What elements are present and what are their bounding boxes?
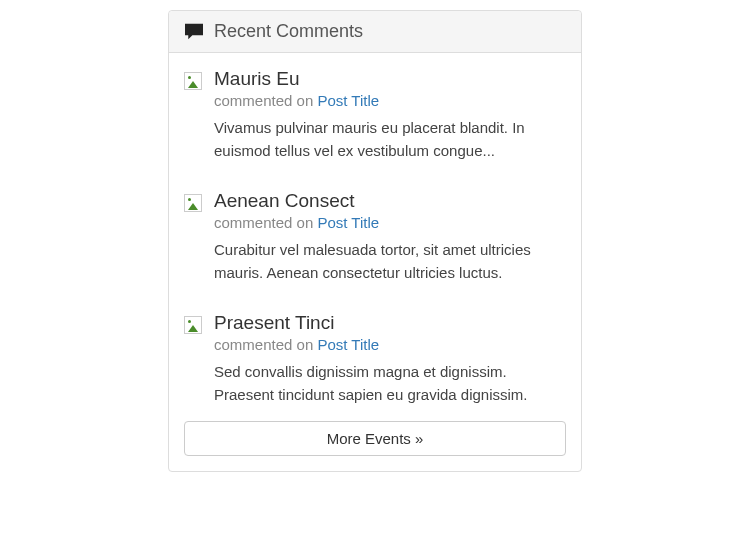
post-title-link[interactable]: Post Title xyxy=(317,92,379,109)
comment-author: Aenean Consect xyxy=(214,190,566,212)
avatar-broken-icon xyxy=(184,72,202,90)
avatar-broken-icon xyxy=(184,194,202,212)
comment-author: Mauris Eu xyxy=(214,68,566,90)
comment-meta-prefix: commented on xyxy=(214,214,317,231)
comment-content: Aenean Consect commented on Post Title C… xyxy=(214,190,566,284)
post-title-link[interactable]: Post Title xyxy=(317,214,379,231)
comment-meta: commented on Post Title xyxy=(214,214,566,231)
panel-body: Mauris Eu commented on Post Title Vivamu… xyxy=(169,53,581,471)
comment-body: Sed convallis dignissim magna et digniss… xyxy=(214,361,566,406)
comment-content: Praesent Tinci commented on Post Title S… xyxy=(214,312,566,406)
post-title-link[interactable]: Post Title xyxy=(317,336,379,353)
panel-header: Recent Comments xyxy=(169,11,581,53)
comment-item: Aenean Consect commented on Post Title C… xyxy=(184,190,566,284)
comment-meta: commented on Post Title xyxy=(214,92,566,109)
comment-item: Praesent Tinci commented on Post Title S… xyxy=(184,312,566,406)
comment-body: Vivamus pulvinar mauris eu placerat blan… xyxy=(214,117,566,162)
comment-content: Mauris Eu commented on Post Title Vivamu… xyxy=(214,68,566,162)
recent-comments-panel: Recent Comments Mauris Eu commented on P… xyxy=(168,10,582,472)
comment-item: Mauris Eu commented on Post Title Vivamu… xyxy=(184,68,566,162)
avatar-broken-icon xyxy=(184,316,202,334)
comment-author: Praesent Tinci xyxy=(214,312,566,334)
comment-meta: commented on Post Title xyxy=(214,336,566,353)
panel-title: Recent Comments xyxy=(214,21,363,42)
comment-meta-prefix: commented on xyxy=(214,92,317,109)
comment-meta-prefix: commented on xyxy=(214,336,317,353)
comment-body: Curabitur vel malesuada tortor, sit amet… xyxy=(214,239,566,284)
comment-icon xyxy=(184,23,204,41)
more-events-button[interactable]: More Events » xyxy=(184,421,566,456)
